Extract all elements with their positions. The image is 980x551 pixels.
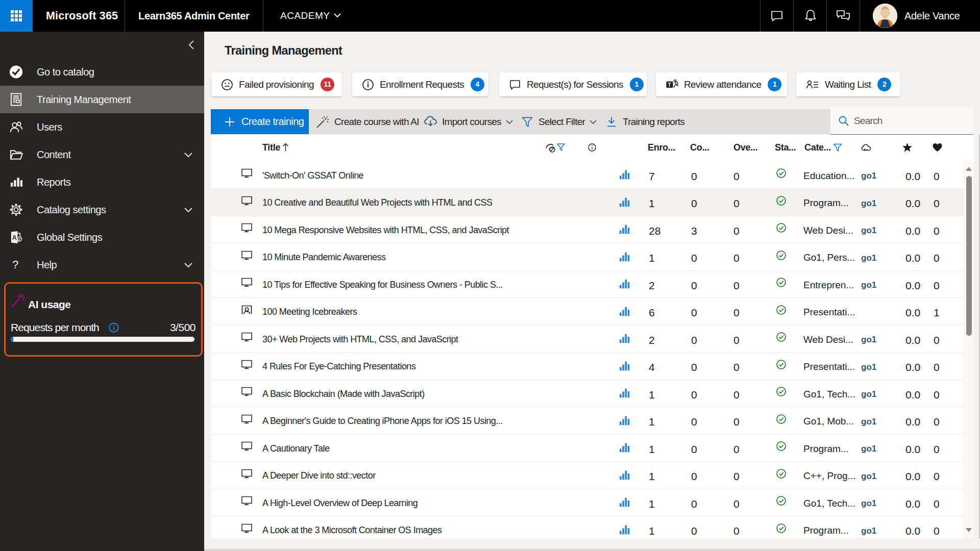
svg-text:T: T xyxy=(668,82,671,87)
svg-text:A: A xyxy=(12,234,17,241)
